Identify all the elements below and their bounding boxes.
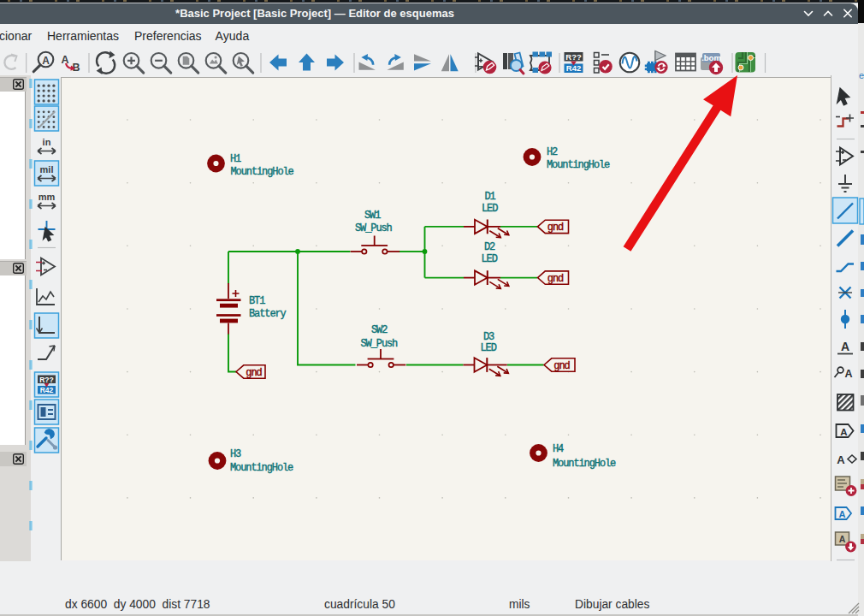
svg-text:R42: R42	[40, 386, 54, 394]
svg-text:D1: D1	[485, 191, 496, 203]
svg-text:D3: D3	[483, 331, 494, 343]
svg-text:MountingHole: MountingHole	[231, 166, 294, 178]
svg-text:A: A	[844, 368, 852, 380]
svg-text:H3: H3	[230, 448, 241, 460]
svg-text:mil: mil	[40, 164, 54, 175]
svg-text:D2: D2	[484, 241, 495, 253]
svg-text:gnd: gnd	[246, 367, 262, 379]
svg-text:gnd: gnd	[547, 273, 564, 285]
svg-text:e: e	[859, 70, 864, 80]
svg-text:LED: LED	[482, 203, 498, 215]
svg-text:SW2: SW2	[371, 324, 388, 336]
svg-text:BT1: BT1	[249, 295, 265, 307]
svg-text:LED: LED	[481, 342, 497, 354]
svg-text:A: A	[62, 54, 69, 66]
svg-text:mm: mm	[38, 192, 56, 202]
svg-text:in: in	[43, 137, 51, 147]
svg-text:R??: R??	[565, 52, 582, 62]
svg-text:A: A	[837, 453, 845, 466]
svg-text:H2: H2	[547, 146, 558, 158]
svg-text:SW_Push: SW_Push	[361, 338, 399, 350]
svg-text:A: A	[840, 427, 847, 437]
svg-text:MountingHole: MountingHole	[547, 159, 610, 171]
svg-text:SW1: SW1	[364, 210, 381, 222]
svg-text:A: A	[841, 340, 849, 353]
svg-text:LED: LED	[482, 253, 498, 265]
svg-text:MountingHole: MountingHole	[230, 462, 293, 474]
svg-text:A: A	[839, 509, 846, 519]
svg-text:A: A	[839, 534, 846, 544]
svg-text:gnd: gnd	[553, 360, 570, 372]
svg-text:MountingHole: MountingHole	[553, 458, 616, 470]
svg-text:SW_Push: SW_Push	[355, 222, 393, 234]
svg-text:Battery: Battery	[249, 308, 287, 320]
svg-text:R??: R??	[39, 376, 54, 384]
svg-text:A: A	[42, 55, 50, 67]
svg-text:.bom: .bom	[701, 53, 721, 62]
svg-text:gnd: gnd	[547, 222, 564, 234]
svg-text:H4: H4	[553, 443, 564, 455]
svg-text:H1: H1	[230, 153, 241, 165]
